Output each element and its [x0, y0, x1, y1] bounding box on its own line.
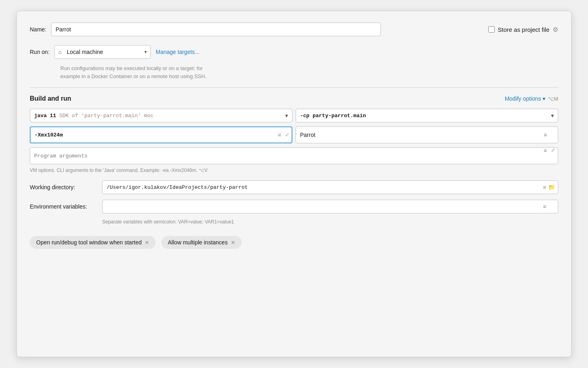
- tag-allow-multiple-label: Allow multiple instances: [168, 239, 228, 246]
- run-on-row: Run on: ⌂ Local machine ▾ Manage targets…: [30, 45, 558, 59]
- working-dir-folder-icon[interactable]: 📁: [548, 184, 555, 190]
- cp-text: -cp party-parrot.main: [300, 113, 366, 119]
- program-args-expand-icon[interactable]: ⤢: [551, 147, 555, 153]
- main-class-doc-icon[interactable]: ≡: [544, 132, 547, 138]
- working-directory-input-wrapper: ≡ 📁: [102, 180, 558, 194]
- env-variables-label: Environment variables:: [30, 203, 102, 210]
- run-on-label: Run on:: [30, 49, 49, 55]
- program-args-input[interactable]: [30, 147, 558, 164]
- sdk-muted-text: SDK of 'party-parrot.main' moc: [56, 113, 154, 119]
- vm-options-input[interactable]: [30, 126, 292, 143]
- build-run-title: Build and run: [30, 95, 71, 102]
- env-variables-row: Environment variables: ≡: [30, 200, 558, 213]
- bottom-tags: Open run/debug tool window when started …: [30, 236, 558, 249]
- modify-options-section: Modify options ▾ ⌥M: [505, 95, 558, 102]
- gear-icon[interactable]: ⚙: [553, 26, 558, 33]
- name-section: Name:: [30, 23, 488, 36]
- store-project-label: Store as project file: [498, 26, 549, 33]
- env-variables-input-wrapper: ≡: [102, 200, 558, 213]
- tag-allow-multiple-close[interactable]: ✕: [231, 240, 235, 245]
- run-on-dropdown-wrapper: ⌂ Local machine ▾: [54, 45, 151, 59]
- program-args-wrapper: ≡ ⤢: [30, 147, 558, 164]
- vm-options-doc-icon[interactable]: ≡: [278, 132, 281, 138]
- tag-open-debug: Open run/debug tool window when started …: [30, 236, 156, 249]
- tag-allow-multiple: Allow multiple instances ✕: [161, 236, 242, 249]
- header-row: Name: Store as project file ⚙: [30, 23, 558, 36]
- run-on-description: Run configurations may be executed local…: [60, 64, 558, 80]
- modify-options-shortcut: ⌥M: [548, 96, 558, 102]
- main-class-wrapper: ≡: [296, 126, 558, 143]
- working-directory-input[interactable]: [102, 180, 558, 194]
- vm-main-row: ≡ ⤢ ≡: [30, 126, 558, 143]
- vm-options-wrapper: ≡ ⤢: [30, 126, 292, 143]
- working-directory-row: Working directory: ≡ 📁: [30, 180, 558, 194]
- divider: [30, 87, 558, 88]
- sdk-row: java 11 SDK of 'party-parrot.main' moc ▾…: [30, 109, 558, 122]
- manage-targets-link[interactable]: Manage targets...: [156, 49, 199, 55]
- sdk-dropdown-text: java 11 SDK of 'party-parrot.main' moc: [34, 113, 282, 119]
- working-directory-label: Working directory:: [30, 184, 102, 190]
- program-args-doc-icon[interactable]: ≡: [544, 147, 547, 154]
- run-on-select[interactable]: Local machine: [54, 45, 151, 59]
- cp-chevron-icon: ▾: [551, 112, 554, 119]
- run-configuration-dialog: Name: Store as project file ⚙ Run on: ⌂ …: [16, 11, 572, 357]
- tag-open-debug-close[interactable]: ✕: [145, 240, 149, 245]
- cp-dropdown[interactable]: -cp party-parrot.main ▾: [296, 109, 558, 122]
- name-input[interactable]: [51, 23, 381, 36]
- vm-hint: VM options. CLI arguments to the 'Java' …: [30, 167, 558, 173]
- store-project-section: Store as project file ⚙: [488, 26, 558, 33]
- working-dir-doc-icon[interactable]: ≡: [543, 184, 546, 190]
- store-project-checkbox[interactable]: [488, 26, 495, 33]
- name-label: Name:: [30, 26, 46, 33]
- main-class-input[interactable]: [296, 126, 558, 143]
- sdk-bold-text: java 11: [34, 113, 56, 119]
- env-hint: Separate variables with semicolon: VAR=v…: [102, 219, 558, 225]
- env-variables-doc-icon[interactable]: ≡: [543, 203, 546, 210]
- build-run-header: Build and run Modify options ▾ ⌥M: [30, 95, 558, 102]
- tag-open-debug-label: Open run/debug tool window when started: [36, 239, 142, 246]
- env-variables-input[interactable]: [102, 200, 558, 213]
- sdk-dropdown[interactable]: java 11 SDK of 'party-parrot.main' moc ▾: [30, 109, 292, 122]
- vm-options-expand-icon[interactable]: ⤢: [285, 132, 289, 138]
- sdk-chevron-icon: ▾: [285, 112, 288, 119]
- modify-options-button[interactable]: Modify options ▾: [505, 95, 545, 102]
